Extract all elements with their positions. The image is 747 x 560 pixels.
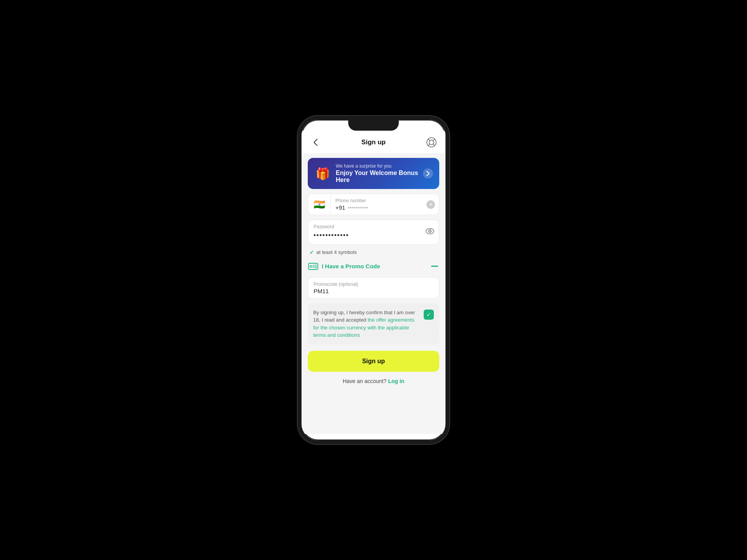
bonus-text-block: We have a surprise for you Enjoy Your We…: [336, 163, 418, 184]
header: Sign up: [302, 131, 445, 153]
phone-number-dots[interactable]: ••••••••••: [347, 204, 368, 211]
promo-input-label: Promocode (optional): [314, 282, 433, 287]
bonus-subtitle: We have a surprise for you: [336, 163, 418, 169]
terms-checkbox[interactable]: ✓: [424, 310, 434, 320]
silent-button: [298, 200, 298, 215]
bonus-title: Enjoy Your Welcome Bonus Here: [336, 170, 418, 184]
phone-country-code[interactable]: +91: [335, 204, 345, 211]
promo-input-value[interactable]: PM11: [314, 288, 433, 294]
svg-point-8: [430, 231, 431, 232]
phone-field-wrap: Phone number +91 •••••••••• ✕: [331, 194, 439, 215]
password-toggle-eye-icon[interactable]: [426, 228, 434, 236]
minus-icon: [431, 266, 438, 267]
content-area: 🎁 We have a surprise for you Enjoy Your …: [302, 153, 445, 394]
svg-point-10: [310, 265, 312, 267]
volume-down-button: [298, 180, 298, 196]
phone-notch: [348, 120, 399, 131]
promo-label[interactable]: I Have a Promo Code: [322, 263, 380, 270]
back-button[interactable]: [309, 136, 322, 149]
password-label: Password: [314, 224, 433, 229]
country-selector[interactable]: 🇮🇳: [308, 194, 331, 215]
phone-clear-button[interactable]: ✕: [426, 200, 435, 209]
terms-card: By signing up, I hereby confirm that I a…: [308, 303, 439, 345]
promo-input-card: Promocode (optional) PM11: [308, 277, 439, 299]
password-value[interactable]: ••••••••••••: [314, 230, 433, 240]
phone-input-card: 🇮🇳 Phone number +91 •••••••••• ✕: [308, 194, 439, 215]
bonus-gift-icon: 🎁: [314, 165, 331, 182]
india-flag-icon: 🇮🇳: [314, 199, 325, 210]
check-icon: ✓: [309, 249, 314, 256]
login-prompt-text: Have an account?: [343, 378, 387, 384]
promo-toggle-left: I Have a Promo Code: [308, 261, 380, 272]
promo-toggle-row: I Have a Promo Code: [308, 260, 439, 273]
phone-label: Phone number: [335, 198, 434, 203]
login-link[interactable]: Log in: [388, 378, 404, 384]
promo-coupon-icon: [308, 261, 319, 272]
bonus-banner[interactable]: 🎁 We have a surprise for you Enjoy Your …: [308, 158, 439, 189]
terms-check-icon: ✓: [426, 312, 431, 318]
phone-input-row: 🇮🇳 Phone number +91 •••••••••• ✕: [308, 194, 439, 215]
bonus-arrow-icon: [423, 168, 433, 178]
svg-line-3: [433, 140, 434, 141]
signup-button[interactable]: Sign up: [308, 351, 439, 372]
phone-screen: Sign up 🎁 We have a sur: [302, 131, 445, 434]
page-title: Sign up: [361, 138, 386, 146]
terms-text: By signing up, I hereby confirm that I a…: [313, 309, 420, 339]
power-button: [449, 166, 449, 190]
svg-point-0: [427, 138, 436, 147]
validation-hint: ✓ at least 4 symbols: [308, 249, 439, 256]
svg-line-5: [433, 144, 434, 145]
hint-text: at least 4 symbols: [316, 249, 357, 255]
svg-line-4: [428, 144, 430, 145]
support-button[interactable]: [425, 136, 438, 149]
svg-line-2: [428, 140, 430, 141]
password-card: Password ••••••••••••: [308, 220, 439, 245]
promo-collapse-button[interactable]: [430, 262, 439, 271]
phone-value: +91 ••••••••••: [335, 204, 434, 211]
login-row: Have an account? Log in: [308, 378, 439, 384]
volume-up-button: [298, 159, 298, 174]
phone-frame: Sign up 🎁 We have a sur: [298, 116, 449, 444]
